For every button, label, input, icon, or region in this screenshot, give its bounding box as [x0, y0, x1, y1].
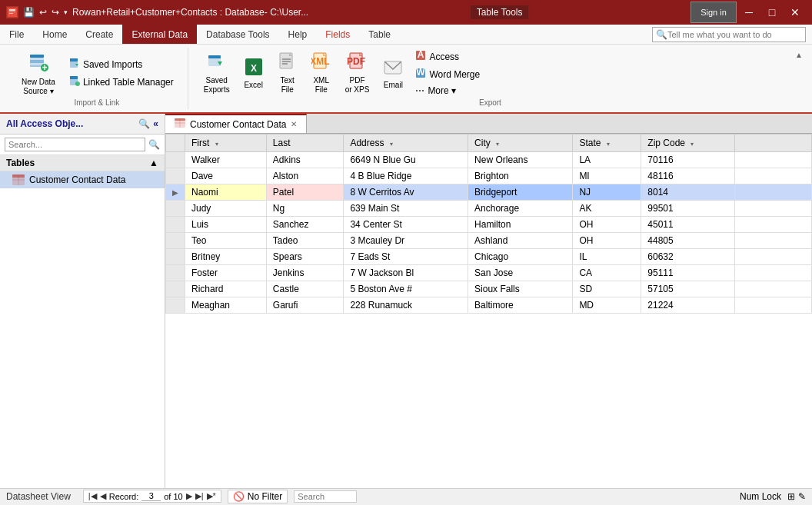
cell-zip[interactable]: 21224: [641, 297, 735, 314]
col-header-last[interactable]: Last: [266, 135, 344, 152]
menu-create[interactable]: Create: [76, 25, 122, 44]
cell-first[interactable]: Luis: [185, 217, 267, 233]
tab-close-button[interactable]: ✕: [291, 120, 297, 128]
sidebar-search-btn[interactable]: 🔍: [148, 139, 160, 150]
xml-file-button[interactable]: XML XMLFile: [305, 51, 338, 95]
search-nav-input[interactable]: [295, 491, 356, 502]
cell-first[interactable]: Walker: [185, 152, 267, 168]
email-button[interactable]: Email: [377, 51, 409, 95]
menu-file[interactable]: File: [0, 25, 33, 44]
cell-first[interactable]: Teo: [185, 233, 267, 249]
quick-access-undo[interactable]: ↩: [39, 7, 47, 18]
record-prev-btn[interactable]: ◀: [100, 491, 106, 501]
cell-state[interactable]: MD: [573, 297, 641, 314]
cell-state[interactable]: NJ: [573, 184, 641, 201]
cell-city[interactable]: Bridgeport: [468, 184, 573, 201]
cell-first[interactable]: Naomi: [185, 184, 267, 201]
cell-first[interactable]: Britney: [185, 249, 267, 265]
sidebar-menu-icon[interactable]: «: [153, 118, 158, 129]
cell-last[interactable]: Castle: [266, 281, 344, 297]
col-header-first[interactable]: First ▾: [185, 135, 267, 152]
cell-state[interactable]: MI: [573, 168, 641, 184]
cell-zip[interactable]: 45011: [641, 217, 735, 233]
table-container[interactable]: First ▾ Last Address ▾ City ▾ State ▾ Zi…: [165, 134, 812, 488]
cell-last[interactable]: Alston: [266, 168, 344, 184]
cell-last[interactable]: Tadeo: [266, 233, 344, 249]
cell-first[interactable]: Meaghan: [185, 297, 267, 314]
cell-zip[interactable]: 44805: [641, 233, 735, 249]
cell-first[interactable]: Judy: [185, 201, 267, 217]
no-filter-indicator[interactable]: 🚫 No Filter: [228, 490, 288, 503]
table-row[interactable]: WalkerAdkins6649 N Blue GuNew OrleansLA7…: [166, 152, 812, 168]
cell-address[interactable]: 7 W Jackson Bl: [344, 265, 468, 281]
table-row[interactable]: ▶NaomiPatel8 W Cerritos AvBridgeportNJ80…: [166, 184, 812, 201]
cell-state[interactable]: OH: [573, 233, 641, 249]
text-file-button[interactable]: TextFile: [271, 51, 304, 95]
cell-city[interactable]: Baltimore: [468, 297, 573, 314]
linked-table-manager-button[interactable]: Linked Table Manager: [65, 74, 178, 90]
ribbon-collapse-button[interactable]: ▲: [792, 48, 806, 62]
record-last-btn[interactable]: ▶|: [195, 491, 204, 501]
menu-table[interactable]: Table: [359, 25, 400, 44]
cell-zip[interactable]: 57105: [641, 281, 735, 297]
col-header-address[interactable]: Address ▾: [344, 135, 468, 152]
pdf-xps-button[interactable]: PDF PDFor XPS: [339, 51, 376, 95]
cell-city[interactable]: San Jose: [468, 265, 573, 281]
record-new-btn[interactable]: ▶*: [207, 491, 216, 501]
saved-exports-button[interactable]: SavedExports: [198, 51, 236, 95]
cell-city[interactable]: Chicago: [468, 249, 573, 265]
cell-last[interactable]: Jenkins: [266, 265, 344, 281]
cell-city[interactable]: Brighton: [468, 168, 573, 184]
quick-access-dropdown[interactable]: ▾: [64, 8, 68, 16]
cell-address[interactable]: 6649 N Blue Gu: [344, 152, 468, 168]
cell-zip[interactable]: 8014: [641, 184, 735, 201]
table-row[interactable]: MeaghanGarufi228 RunamuckBaltimoreMD2122…: [166, 297, 812, 314]
sidebar-search-icon[interactable]: 🔍: [138, 118, 150, 129]
datasheet-view-icon[interactable]: ⊞: [787, 491, 795, 502]
close-button[interactable]: ✕: [784, 2, 806, 23]
table-row[interactable]: RichardCastle5 Boston Ave #Sioux FallsSD…: [166, 281, 812, 297]
cell-address[interactable]: 228 Runamuck: [344, 297, 468, 314]
pivot-view-icon[interactable]: ✎: [798, 491, 806, 502]
cell-state[interactable]: AK: [573, 201, 641, 217]
maximize-button[interactable]: □: [761, 2, 783, 23]
table-row[interactable]: JudyNg639 Main StAnchorageAK99501: [166, 201, 812, 217]
cell-state[interactable]: SD: [573, 281, 641, 297]
cell-first[interactable]: Foster: [185, 265, 267, 281]
col-header-state[interactable]: State ▾: [573, 135, 641, 152]
sidebar-search-input[interactable]: [5, 138, 145, 151]
cell-last[interactable]: Ng: [266, 201, 344, 217]
more-button[interactable]: ⋯ More ▾: [411, 84, 484, 98]
search-input[interactable]: [667, 30, 790, 39]
cell-zip[interactable]: 48116: [641, 168, 735, 184]
cell-state[interactable]: LA: [573, 152, 641, 168]
table-row[interactable]: DaveAlston4 B Blue RidgeBrightonMI48116: [166, 168, 812, 184]
cell-zip[interactable]: 95111: [641, 265, 735, 281]
cell-city[interactable]: Ashland: [468, 233, 573, 249]
cell-first[interactable]: Richard: [185, 281, 267, 297]
quick-access-redo[interactable]: ↪: [52, 7, 59, 18]
tables-collapse-icon[interactable]: ▲: [149, 158, 158, 168]
sign-in-button[interactable]: Sign in: [691, 2, 737, 23]
cell-last[interactable]: Sanchez: [266, 217, 344, 233]
minimize-button[interactable]: ─: [738, 2, 760, 23]
cell-state[interactable]: IL: [573, 249, 641, 265]
cell-address[interactable]: 34 Center St: [344, 217, 468, 233]
cell-first[interactable]: Dave: [185, 168, 267, 184]
cell-last[interactable]: Patel: [266, 184, 344, 201]
tab-customer-contact-data[interactable]: Customer Contact Data ✕: [165, 114, 307, 133]
cell-address[interactable]: 4 B Blue Ridge: [344, 168, 468, 184]
menu-fields[interactable]: Fields: [316, 25, 359, 44]
menu-database-tools[interactable]: Database Tools: [197, 25, 279, 44]
cell-last[interactable]: Garufi: [266, 297, 344, 314]
word-merge-button[interactable]: W Word Merge: [411, 66, 484, 82]
cell-state[interactable]: OH: [573, 217, 641, 233]
saved-imports-button[interactable]: Saved Imports: [65, 56, 178, 72]
cell-address[interactable]: 8 W Cerritos Av: [344, 184, 468, 201]
table-row[interactable]: LuisSanchez34 Center StHamiltonOH45011: [166, 217, 812, 233]
cell-city[interactable]: Sioux Falls: [468, 281, 573, 297]
table-row[interactable]: FosterJenkins7 W Jackson BlSan JoseCA951…: [166, 265, 812, 281]
cell-city[interactable]: Hamilton: [468, 217, 573, 233]
tables-section-header[interactable]: Tables ▲: [0, 155, 165, 171]
menu-external-data[interactable]: External Data: [122, 25, 197, 44]
